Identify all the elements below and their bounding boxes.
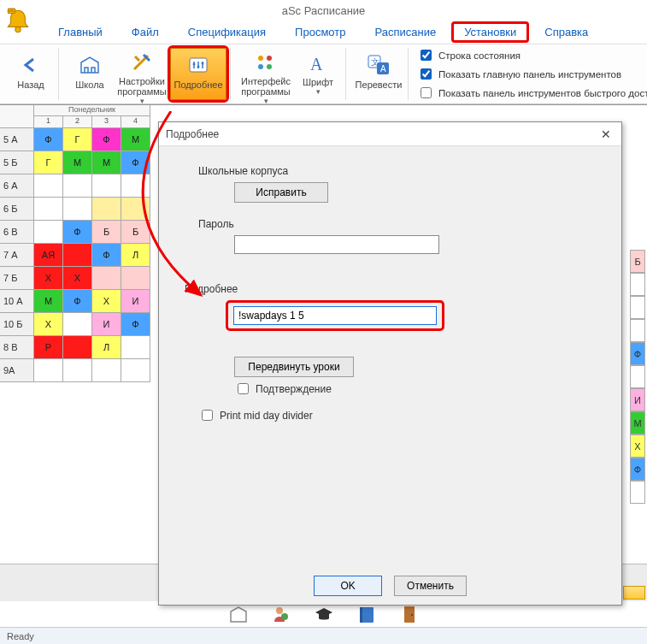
svg-point-7 [258,56,263,61]
timetable-cell[interactable]: Б [630,250,645,273]
timetable-cell[interactable]: Б [92,221,121,244]
timetable-cell[interactable]: М [34,290,63,313]
timetable-cell[interactable]: Л [92,336,121,359]
ribbon-font-button[interactable]: A Шрифт▾ [294,48,342,100]
timetable-cell[interactable]: Ф [630,342,645,365]
timetable-cell[interactable] [121,336,150,359]
status-text: Ready [7,631,34,641]
timetable-cell[interactable]: Ф [63,221,92,244]
row-label: 10 Б [0,313,34,336]
check-statusbar[interactable]: Строка состояния [417,47,647,63]
timetable-cell[interactable] [63,244,92,267]
password-input[interactable] [234,235,439,254]
timetable-cell[interactable]: Р [34,336,63,359]
timetable-cell[interactable]: Ф [92,244,121,267]
fix-button[interactable]: Исправить [234,182,328,203]
app-logo-bell-icon[interactable]: aSc [3,7,38,41]
timetable-cell[interactable] [630,296,645,319]
menu-spec[interactable]: Спецификация [174,21,279,44]
timetable-cell[interactable] [121,174,150,198]
ribbon-more-button[interactable]: Подробнее [170,48,226,100]
command-highlight [226,300,444,331]
row-label: 7 Б [0,267,34,290]
dialog-titlebar: Подробнее ✕ [159,122,621,146]
timetable-cell[interactable] [34,198,63,221]
timetable-cell[interactable] [92,267,121,290]
timetable-cell[interactable]: Г [63,128,92,151]
timetable-cell[interactable]: М [121,128,150,151]
ribbon-school-button[interactable]: Школа [66,48,114,100]
cancel-button[interactable]: Отменить [394,576,467,596]
menu-view[interactable]: Просмотр [281,21,359,44]
row-label: 7 А [0,244,34,267]
ribbon-interface-button[interactable]: Интерфейс программы▾ [238,48,294,100]
timetable-cell[interactable] [630,365,645,388]
menu-schedule[interactable]: Расписание [361,21,450,44]
timetable-cell[interactable]: Х [63,267,92,290]
timetable-cell[interactable]: Г [34,151,63,174]
timetable-cell[interactable]: Ф [34,128,63,151]
timetable-cell[interactable]: Х [630,434,645,458]
menu-file[interactable]: Файл [118,21,173,44]
check-main-toolbar[interactable]: Показать главную панель инструментов [417,66,647,82]
confirm-checkbox[interactable] [238,383,249,394]
book-icon[interactable] [357,605,376,623]
timetable-cell[interactable] [630,273,645,296]
building-icon[interactable] [229,605,248,623]
timetable-cell[interactable]: Х [34,313,63,336]
timetable-cell[interactable] [34,174,63,198]
timetable-cell[interactable]: Б [121,221,150,244]
timetable-cell[interactable]: Х [92,290,121,313]
row-label: 8 В [0,336,34,359]
timetable-cell[interactable] [121,267,150,290]
timetable-cell[interactable]: Ф [121,151,150,174]
move-lessons-button[interactable]: Передвинуть уроки [234,357,354,377]
timetable-cell[interactable] [121,198,150,221]
timetable-cell[interactable] [630,319,645,342]
timetable-cell[interactable]: И [630,388,645,411]
ribbon-program-settings-button[interactable]: Настройки программы▾ [114,48,170,100]
timetable-cell[interactable]: Ф [630,458,645,481]
bottom-tab[interactable] [623,586,645,600]
timetable-cell[interactable]: Ф [121,313,150,336]
svg-rect-20 [404,606,415,623]
timetable-cell[interactable]: Л [121,244,150,267]
timetable-cell[interactable] [92,174,121,198]
timetable-cell[interactable] [63,313,92,336]
timetable-cell[interactable] [63,198,92,221]
timetable-cell[interactable]: И [121,290,150,313]
sliders-icon [185,52,211,78]
menu-main[interactable]: Главный [44,21,116,44]
ribbon-back-button[interactable]: Назад [7,48,55,100]
door-icon[interactable] [400,605,419,623]
menu-settings[interactable]: Установки [451,21,529,43]
person-icon[interactable] [272,605,291,623]
timetable-cell[interactable]: АЯ [34,244,63,267]
timetable-cell[interactable]: Ф [63,290,92,313]
ok-button[interactable]: OK [314,576,382,596]
timetable-cell[interactable] [92,359,121,382]
timetable-cell[interactable] [34,359,63,382]
timetable-cell[interactable] [34,221,63,244]
timetable-cell[interactable] [63,336,92,359]
timetable-cell[interactable] [63,174,92,198]
timetable-cell[interactable] [92,198,121,221]
timetable-cell[interactable]: М [630,411,645,434]
timetable-cell[interactable] [630,481,645,504]
dialog-close-button[interactable]: ✕ [597,126,615,143]
command-input[interactable] [233,306,437,325]
timetable-cell[interactable] [121,359,150,382]
timetable-cell[interactable]: Ф [92,128,121,151]
timetable-cell[interactable]: И [92,313,121,336]
dialog-title: Подробнее [166,128,219,140]
check-quick-toolbar[interactable]: Показать панель инструментов быстрого до… [417,85,647,101]
timetable-cell[interactable]: М [92,151,121,174]
graduation-cap-icon[interactable] [315,605,333,623]
timetable-cell[interactable]: М [63,151,92,174]
more-dialog: Подробнее ✕ Школьные корпуса Исправить П… [158,121,622,606]
ribbon-translate-button[interactable]: 文A Перевести [353,48,404,100]
timetable-cell[interactable]: Х [34,267,63,290]
print-divider-checkbox[interactable] [202,410,213,421]
menu-help[interactable]: Справка [531,21,602,44]
timetable-cell[interactable] [63,359,92,382]
